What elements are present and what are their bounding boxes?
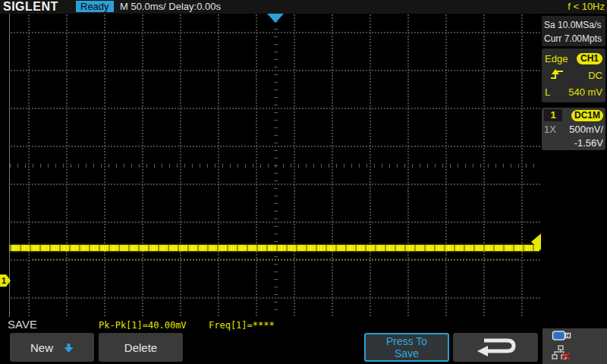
new-button-label: New (30, 341, 53, 354)
trigger-source-badge: CH1 (577, 53, 602, 64)
sample-rate: Sa 10.0MSa/s (544, 18, 605, 32)
channel1-info-panel: 1 DC1M 1X 500mV/ -1.56V (542, 108, 605, 150)
channel-coupling-badge: DC1M (571, 110, 603, 121)
acquisition-panel: Sa 10.0MSa/s Curr 7.00Mpts (542, 16, 605, 46)
delete-button[interactable]: Delete (99, 333, 183, 362)
return-arrow-icon (472, 335, 519, 360)
timebase-readout: M 50.0ms/ Delay:0.00s (120, 1, 221, 13)
usb-icon (552, 330, 572, 344)
trigger-position-icon (267, 14, 284, 23)
press-to-save-line1: Press To (386, 335, 427, 347)
delete-button-label: Delete (124, 341, 157, 354)
lan-disconnected-icon (552, 345, 571, 363)
press-to-save-line2: Save (395, 347, 419, 359)
new-button[interactable]: New (10, 333, 94, 362)
channel-offset: -1.56V (574, 137, 603, 149)
trigger-mode: Edge (545, 53, 568, 64)
top-status-bar: SIGLENT Ready M 50.0ms/ Delay:0.00s f < … (0, 0, 607, 14)
measurement-pkpk: Pk-Pk[1]=40.00mV (99, 320, 187, 331)
trigger-panel: Edge CH1 DC L 540 mV (542, 49, 605, 102)
trigger-level-icon (531, 234, 541, 250)
siglent-logo: SIGLENT (3, 0, 58, 14)
frequency-counter-readout: f < 10Hz (568, 1, 605, 13)
return-button[interactable] (453, 333, 538, 362)
trigger-coupling: DC (588, 70, 602, 81)
trigger-level-label: L (545, 86, 550, 98)
io-status-panel (543, 328, 607, 364)
rising-edge-icon (549, 68, 565, 83)
menu-title: SAVE (8, 318, 37, 331)
dropdown-arrow-icon (64, 342, 74, 355)
volts-per-div: 500mV/ (569, 124, 603, 135)
acquisition-status-badge: Ready (76, 1, 114, 12)
trigger-level-value: 540 mV (568, 86, 602, 98)
waveform-display (9, 14, 542, 317)
channel-number-badge: 1 (544, 109, 562, 121)
measurement-freq: Freq[1]=**** (209, 320, 275, 331)
sidebar: Sa 10.0MSa/s Curr 7.00Mpts Edge CH1 DC L… (541, 14, 607, 328)
memory-depth: Curr 7.00Mpts (544, 32, 605, 46)
channel1-trace-noise (33, 259, 518, 260)
oscilloscope-screen: { "top_bar": { "logo": "SIGLENT", "statu… (0, 0, 607, 364)
press-to-save-button[interactable]: Press To Save (364, 333, 449, 362)
channel1-trace (10, 245, 539, 251)
center-horizontal-axis-ticks (10, 164, 541, 168)
probe-attenuation: 1X (544, 124, 556, 135)
